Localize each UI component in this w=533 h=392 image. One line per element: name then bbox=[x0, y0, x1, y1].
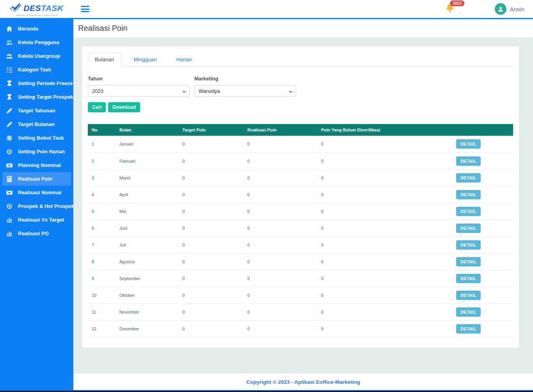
sidebar-item-label: Setting Periode Freeze bbox=[18, 80, 73, 86]
tab-bulanan[interactable]: Bulanan bbox=[88, 53, 121, 66]
sidebar-item-kelola-pengguna[interactable]: Kelola Pengguna bbox=[2, 35, 71, 49]
notification-bell[interactable]: 1013 bbox=[445, 3, 455, 15]
money-icon bbox=[6, 162, 13, 169]
cell-target-poin: 0 bbox=[179, 203, 244, 220]
sidebar-item-setting-bobot-task[interactable]: Setting Bobot Task bbox=[2, 131, 71, 145]
detail-button[interactable]: DETAIL bbox=[456, 274, 481, 283]
sidebar-item-kelola-usergroup[interactable]: Kelola Usergroup bbox=[2, 49, 71, 63]
sidebar-item-planning-nominal[interactable]: Planning Nominal bbox=[2, 158, 71, 172]
cell-bulan: Agustus bbox=[116, 253, 179, 270]
detail-button[interactable]: DETAIL bbox=[456, 257, 481, 266]
download-button[interactable]: Download bbox=[108, 102, 140, 112]
cell-no: 8 bbox=[88, 253, 116, 270]
sidebar-item-target-tahunan[interactable]: Target Tahunan bbox=[2, 104, 71, 117]
header-realisasi-poin: Realisasi Poin bbox=[244, 124, 318, 136]
sidebar-item-label: Beranda bbox=[18, 26, 38, 32]
cell-poin-belum-diverifikasi: 0 bbox=[318, 136, 453, 153]
logo-check-icon bbox=[10, 3, 21, 14]
tab-mingguan[interactable]: Mingguan bbox=[127, 53, 164, 66]
cell-realisasi-poin: 0 bbox=[244, 136, 318, 153]
cell-bulan: September bbox=[116, 270, 179, 287]
detail-button[interactable]: DETAIL bbox=[456, 173, 481, 183]
table-row: 4 April 0 0 0 DETAIL bbox=[88, 186, 513, 203]
user-name[interactable]: Arwin bbox=[510, 6, 524, 12]
cell-target-poin: 0 bbox=[179, 236, 244, 253]
table-row: 6 Juni 0 0 0 DETAIL bbox=[88, 220, 513, 236]
sidebar-item-setting-periode-freeze[interactable]: Setting Periode Freeze bbox=[2, 76, 71, 90]
user-avatar[interactable] bbox=[495, 3, 506, 15]
detail-button[interactable]: DETAIL bbox=[456, 324, 481, 333]
marketing-label: Marketing bbox=[194, 76, 296, 82]
cell-realisasi-poin: 0 bbox=[244, 169, 318, 186]
table-row: 8 Agustus 0 0 0 DETAIL bbox=[88, 253, 513, 270]
sidebar-item-beranda[interactable]: Beranda bbox=[2, 22, 71, 35]
sidebar-item-label: Realisasi Poin bbox=[18, 176, 52, 182]
cell-no: 4 bbox=[88, 186, 116, 203]
cell-target-poin: 0 bbox=[179, 303, 244, 320]
detail-button[interactable]: DETAIL bbox=[456, 307, 481, 317]
header-poin-belum-diverifikasi: Poin Yang Belum Diverifikasi bbox=[318, 124, 453, 136]
cell-bulan: Februari bbox=[116, 153, 179, 169]
header-no: No bbox=[88, 124, 116, 136]
pen-icon bbox=[6, 107, 13, 114]
page-title: Realisasi Poin bbox=[78, 24, 128, 33]
detail-button[interactable]: DETAIL bbox=[456, 223, 481, 233]
cell-bulan: Mei bbox=[116, 203, 179, 220]
detail-button[interactable]: DETAIL bbox=[456, 240, 481, 250]
detail-button[interactable]: DETAIL bbox=[456, 190, 481, 199]
cell-bulan: Juni bbox=[116, 220, 179, 236]
sidebar-item-realisasi-poin[interactable]: Realisasi Poin bbox=[2, 172, 71, 186]
app-logo[interactable]: DESTASK Aplikasi Manajemen Tugas Kerja bbox=[0, 2, 73, 16]
cell-bulan: Juli bbox=[116, 236, 179, 253]
cell-realisasi-poin: 0 bbox=[244, 153, 318, 169]
cari-button[interactable]: Cari bbox=[88, 102, 106, 112]
detail-button[interactable]: DETAIL bbox=[456, 139, 481, 149]
detail-button[interactable]: DETAIL bbox=[456, 156, 481, 166]
sidebar-item-target-bulanan[interactable]: Target Bulanan bbox=[2, 117, 71, 131]
sidebar-item-realisasi-po[interactable]: Realisasi PO bbox=[2, 227, 71, 240]
sidebar-item-label: Target Bulanan bbox=[18, 121, 55, 127]
cell-realisasi-poin: 0 bbox=[244, 270, 318, 287]
cell-realisasi-poin: 0 bbox=[244, 320, 318, 337]
gear-icon bbox=[6, 135, 13, 142]
cell-no: 5 bbox=[88, 203, 116, 220]
tahun-select[interactable]: 2023 bbox=[88, 85, 190, 97]
users-icon bbox=[6, 53, 13, 60]
sidebar-item-kategori-task[interactable]: Kategori Task bbox=[2, 63, 71, 76]
sidebar-item-label: Planning Nominal bbox=[18, 162, 61, 168]
sidebar-item-prospek-hot-prospek[interactable]: Prospek & Hot Prospek bbox=[2, 199, 71, 213]
sidebar-item-setting-poin-harian[interactable]: Setting Poin Harian bbox=[2, 145, 71, 158]
header-bulan: Bulan bbox=[116, 124, 179, 136]
cell-target-poin: 0 bbox=[179, 253, 244, 270]
sidebar-item-realisasi-nominal[interactable]: Realisasi Nominal bbox=[2, 186, 71, 199]
cell-poin-belum-diverifikasi: 0 bbox=[318, 236, 453, 253]
cell-no: 11 bbox=[88, 303, 116, 320]
table-row: 9 September 0 0 0 DETAIL bbox=[88, 270, 513, 287]
cell-bulan: April bbox=[116, 186, 179, 203]
tab-harian[interactable]: Harian bbox=[169, 53, 199, 66]
sidebar-item-label: Realisasi PO bbox=[18, 231, 49, 236]
cell-poin-belum-diverifikasi: 0 bbox=[318, 220, 453, 236]
sidebar-toggle-button[interactable] bbox=[81, 5, 89, 14]
cell-no: 12 bbox=[88, 320, 116, 337]
detail-button[interactable]: DETAIL bbox=[456, 291, 481, 300]
sidebar-item-realisasi-vs-target[interactable]: Realisasi Vs Target bbox=[2, 213, 71, 227]
sidebar-item-label: Setting Target Prospek bbox=[18, 94, 73, 100]
bottom-accent-bar bbox=[0, 390, 533, 392]
list-check-icon bbox=[6, 66, 13, 73]
notification-count-badge: 1013 bbox=[450, 0, 464, 6]
cell-bulan: Januari bbox=[116, 136, 179, 153]
sidebar-item-label: Prospek & Hot Prospek bbox=[18, 203, 73, 209]
detail-button[interactable]: DETAIL bbox=[456, 207, 481, 216]
cell-bulan: November bbox=[116, 303, 179, 320]
sidebar-item-setting-target-prospek[interactable]: Setting Target Prospek bbox=[2, 90, 71, 104]
cell-target-poin: 0 bbox=[179, 186, 244, 203]
cell-target-poin: 0 bbox=[179, 320, 244, 337]
bullseye-icon bbox=[6, 148, 13, 155]
sidebar-item-label: Kategori Task bbox=[18, 67, 51, 73]
table-row: 5 Mei 0 0 0 DETAIL bbox=[88, 203, 513, 220]
page-content: BulananMingguanHarian Tahun 2023 bbox=[73, 37, 533, 374]
cell-target-poin: 0 bbox=[179, 220, 244, 236]
marketing-select[interactable]: Wanodya bbox=[194, 85, 296, 97]
bell-icon bbox=[445, 8, 455, 14]
